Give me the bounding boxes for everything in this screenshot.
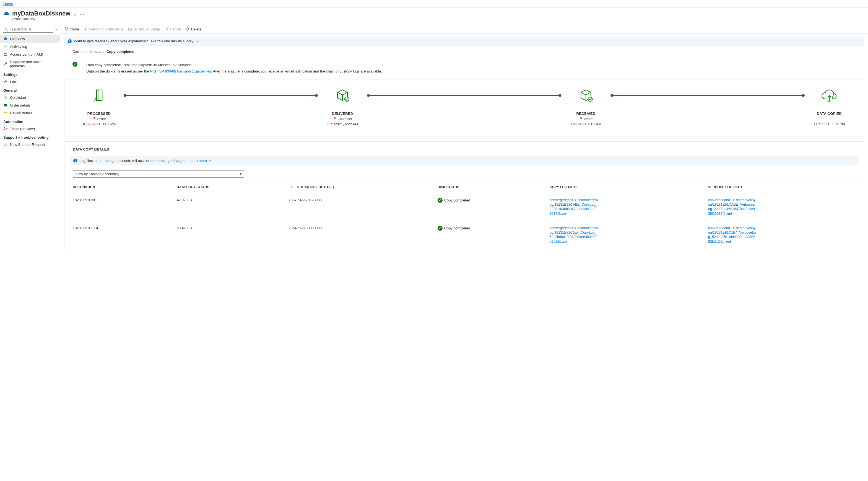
- table-row: 18231E91C1E4 58.42 GB 2864 / 62730300988…: [64, 221, 864, 249]
- sidebar-item-locks[interactable]: Locks: [0, 78, 60, 86]
- stage-date: 11/1/2021, 6:22 AM: [319, 122, 366, 126]
- arrow-right-icon: →: [195, 39, 199, 43]
- lightning-icon: [3, 95, 8, 100]
- col-verbose: VERBOSE LOG PATH: [705, 182, 864, 193]
- copy-log-link[interactable]: convergeddbd1 > databoxcopylog/18231E91C…: [550, 226, 598, 244]
- breadcrumb-home[interactable]: Home: [3, 2, 13, 6]
- sidebar-item-tasks[interactable]: Tasks (preview): [0, 125, 60, 132]
- collapse-sidebar-icon[interactable]: «: [55, 27, 57, 31]
- info-icon: i: [68, 39, 72, 43]
- stage-title: DATA COPIED: [806, 112, 853, 116]
- stage-date: 11/6/2021, 2:36 PM: [806, 122, 853, 126]
- svg-line-1: [7, 30, 8, 31]
- svg-point-31: [588, 97, 592, 101]
- sidebar-item-label: Device details: [10, 111, 32, 115]
- sidebar-item-quickstart[interactable]: Quickstart: [0, 94, 60, 101]
- box-check-icon: [319, 87, 366, 104]
- delete-button[interactable]: Delete: [186, 27, 202, 31]
- sidebar-item-iam[interactable]: Access control (IAM): [0, 50, 60, 58]
- learn-more-link[interactable]: Learn more ↗: [189, 158, 211, 163]
- table-row: 18231E91CABE 42.07 GB 2837 / 45170178035…: [64, 193, 864, 221]
- copy-log-link[interactable]: convergeddbd1 > databoxcopylog/18231E91C…: [550, 198, 598, 216]
- svg-point-6: [4, 53, 5, 54]
- stage-delivered: DELIVERED 📍Customer 11/1/2021, 6:22 AM: [319, 87, 366, 126]
- svg-rect-13: [7, 112, 7, 114]
- stage-location: 📍Azure: [579, 117, 592, 121]
- stage-title: DELIVERED: [319, 112, 366, 116]
- summary-line2: Data on the disk(s) is erased as per the…: [86, 68, 382, 74]
- cloud-upload-icon: [806, 87, 853, 104]
- breadcrumb: Home ›: [0, 0, 868, 8]
- stage-date: 10/26/2021, 1:07 PM: [75, 122, 123, 126]
- svg-rect-9: [4, 104, 7, 107]
- connector: [123, 87, 319, 104]
- sidebar-group-automation: Automation: [0, 117, 60, 125]
- order-status: Current order status: Copy completed: [64, 46, 864, 57]
- cell-disk: ✓Copy completed: [438, 226, 470, 231]
- external-link-icon: ↗: [208, 158, 211, 163]
- sidebar-group-support: Support + troubleshooting: [0, 132, 60, 141]
- svg-line-18: [5, 129, 6, 129]
- cell-destination: 18231E91C1E4: [64, 221, 174, 249]
- box-check-icon: [562, 87, 609, 104]
- schedule-button: Schedule pickup: [128, 27, 160, 31]
- col-disk: DISK STATUS: [435, 182, 547, 193]
- info-icon: i: [73, 158, 77, 162]
- sidebar-item-label: Overview: [10, 37, 25, 41]
- nist-link[interactable]: NIST SP 800-88 Revision 1 guidelines: [150, 69, 211, 73]
- key-icon: [3, 111, 8, 115]
- view-ship-button: View ship instructions: [84, 27, 124, 31]
- svg-point-7: [6, 53, 7, 54]
- check-circle-icon: ✓: [438, 226, 442, 231]
- feedback-text: Want to give feedback about your experie…: [74, 39, 193, 43]
- sidebar-item-activity[interactable]: Activity log: [0, 42, 60, 50]
- stage-location: 📍Azure: [92, 117, 106, 121]
- copy-details-table: DESTINATION DATA COPY STATUS FILE STATS(…: [64, 182, 864, 249]
- lock-icon: [3, 80, 8, 84]
- summary-line1: Data copy completed: Total time elapsed:…: [86, 62, 382, 68]
- stage-title: PROCESSED: [75, 112, 123, 116]
- resource-subtitle: Azure Data Box: [12, 17, 70, 21]
- sidebar-item-order[interactable]: Order details: [0, 101, 60, 109]
- sidebar-item-label: Quickstart: [10, 95, 26, 100]
- svg-point-19: [5, 143, 6, 145]
- verbose-log-link[interactable]: convergeddbd1 > databoxcopylog/18231E91C…: [708, 198, 756, 216]
- col-destination: DESTINATION: [64, 182, 174, 193]
- verbose-log-link[interactable]: convergeddbd1 > databoxcopylog/18231E91C…: [708, 226, 756, 244]
- clone-button[interactable]: Clone: [64, 27, 79, 31]
- stage-location: 📍Customer: [333, 117, 352, 121]
- sidebar-item-label: Tasks (preview): [10, 127, 35, 131]
- sidebar-group-settings: Settings: [0, 70, 60, 78]
- card-icon: [3, 103, 8, 108]
- feedback-bar[interactable]: i Want to give feedback about your exper…: [64, 36, 864, 46]
- col-stats: FILE STATS(COPIED/TOTAL): [286, 182, 435, 193]
- cell-status: 42.07 GB: [174, 193, 286, 221]
- sidebar-item-label: New Support Request: [10, 143, 45, 147]
- col-status: DATA COPY STATUS: [174, 182, 286, 193]
- cell-status: 58.42 GB: [174, 221, 286, 249]
- svg-rect-10: [4, 104, 7, 105]
- sidebar-item-device[interactable]: Device details: [0, 109, 60, 117]
- check-circle-icon: ✓: [438, 198, 442, 203]
- sidebar-item-diagnose[interactable]: Diagnose and solve problems: [0, 58, 60, 70]
- pin-icon: 📍: [333, 117, 337, 121]
- svg-rect-26: [96, 90, 102, 100]
- chevron-right-icon: ›: [15, 2, 16, 6]
- more-icon[interactable]: ⋯: [80, 10, 84, 17]
- sidebar: « Overview Activity log Access control (…: [0, 25, 60, 254]
- cell-stats: 2837 / 45170178035: [286, 193, 435, 221]
- col-copylog: COPY LOG PATH: [547, 182, 705, 193]
- log-charges-info: i Log files in the storage accounts will…: [70, 156, 858, 165]
- search-input[interactable]: [3, 26, 53, 33]
- data-copy-details: DATA COPY DETAILS i Log files in the sto…: [64, 142, 864, 249]
- svg-line-25: [165, 28, 167, 30]
- favorite-icon[interactable]: ☆: [73, 10, 77, 17]
- view-by-dropdown[interactable]: View by Storage Account(s) ▾: [73, 171, 244, 178]
- sidebar-item-overview[interactable]: Overview: [0, 35, 60, 42]
- stage-title: RECEIVED: [562, 112, 609, 116]
- support-icon: [3, 142, 8, 147]
- sidebar-item-support[interactable]: New Support Request: [0, 141, 60, 148]
- stage-processed: PROCESSED 📍Azure 10/26/2021, 1:07 PM: [75, 87, 123, 126]
- svg-point-30: [345, 97, 349, 101]
- cloud-icon: [3, 36, 8, 41]
